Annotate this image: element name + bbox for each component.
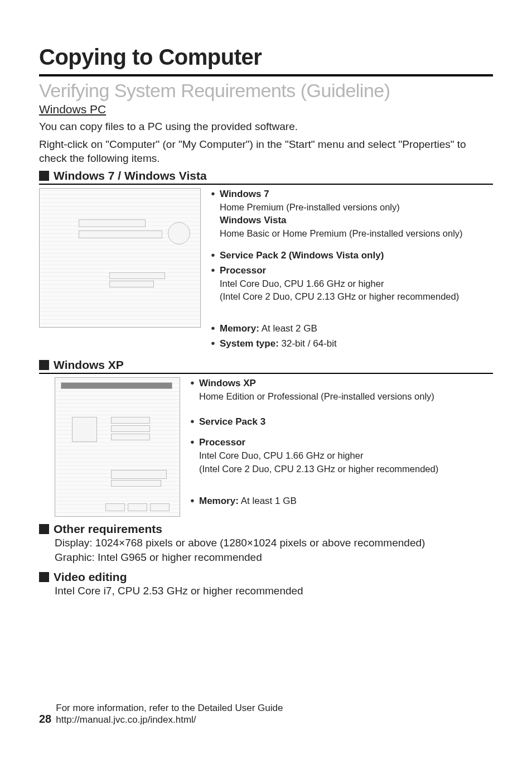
section-other-title: Other requirements [54,522,162,536]
xp-block: Windows XP Home Edition or Professional … [39,377,493,517]
page-title: Copying to Computer [39,45,493,70]
callout-systype-label: System type: [220,338,279,349]
callout-xp-label: Windows XP [199,378,256,388]
other-body: Display: 1024×768 pixels or above (1280×… [39,536,493,564]
section-win7-vista-title: Windows 7 / Windows Vista [54,169,207,182]
page-subtitle: Verifying System Requirements (Guideline… [39,80,493,102]
section-xp-head: Windows XP [39,358,493,372]
video-body: Intel Core i7, CPU 2.53 GHz or higher re… [39,584,493,598]
win7-vista-callouts: Windows 7 Home Premium (Pre-installed ve… [211,188,493,353]
callout-win7: Windows 7 Home Premium (Pre-installed ve… [211,188,493,241]
section-rule [39,373,493,374]
other-line-1: Display: 1024×768 pixels or above (1280×… [55,536,493,550]
callout-memory-7-label: Memory: [220,323,259,334]
square-bullet-icon [39,572,49,582]
intro-line-1: You can copy files to a PC using the pro… [39,119,493,134]
callout-processor-label: Processor [220,265,266,276]
title-rule [39,74,493,76]
footer-line-1: For more information, refer to the Detai… [56,703,283,713]
callout-systype-val: 32-bit / 64-bit [279,338,337,349]
page-footer: 28 For more information, refer to the De… [39,703,283,726]
section-other-head: Other requirements [39,522,493,536]
callout-processor-l2: (Intel Core 2 Duo, CPU 2.13 GHz or highe… [220,291,459,301]
callout-systype: System type: 32-bit / 64-bit [211,338,493,350]
section-video-title: Video editing [54,570,127,584]
callout-processor-xp-l1: Intel Core Duo, CPU 1.66 GHz or higher [199,450,363,460]
callout-sp2-text: Service Pack 2 (Windows Vista only) [220,250,384,261]
callout-memory-xp-val: At least 1 GB [239,496,297,506]
square-bullet-icon [39,524,49,534]
video-line-1: Intel Core i7, CPU 2.53 GHz or higher re… [55,584,493,598]
page-number: 28 [39,713,51,726]
section-video-head: Video editing [39,570,493,584]
xp-callouts: Windows XP Home Edition or Professional … [190,377,493,510]
section-rule [39,184,493,185]
callout-win7-label: Windows 7 [220,189,269,199]
square-bullet-icon [39,171,49,181]
callout-xp-desc: Home Edition or Professional (Pre-instal… [199,391,434,401]
other-line-2: Graphic: Intel G965 or higher recommende… [55,550,493,565]
callout-memory-xp: Memory: At least 1 GB [190,495,493,508]
callout-memory-7-val: At least 2 GB [259,323,317,334]
callout-sp3: Service Pack 3 [190,416,493,429]
callout-sp2: Service Pack 2 (Windows Vista only) [211,249,493,262]
callout-processor-xp-label: Processor [199,437,245,448]
callout-sp3-text: Service Pack 3 [199,416,265,427]
footer-line-2: http://manual.jvc.co.jp/index.html/ [56,714,196,725]
win7-vista-block: Windows 7 Home Premium (Pre-installed ve… [39,188,493,353]
callout-processor-xp: Processor Intel Core Duo, CPU 1.66 GHz o… [190,436,493,476]
callout-memory-xp-label: Memory: [199,496,239,506]
callout-memory-7: Memory: At least 2 GB [211,323,493,335]
callout-processor-l1: Intel Core Duo, CPU 1.66 GHz or higher [220,278,384,289]
callout-xp: Windows XP Home Edition or Professional … [190,377,493,403]
intro-line-2: Right-click on "Computer" (or "My Comput… [39,137,493,166]
callout-processor: Processor Intel Core Duo, CPU 1.66 GHz o… [211,265,493,304]
section-xp-title: Windows XP [54,358,124,372]
square-bullet-icon [39,360,49,370]
callout-vista-desc: Home Basic or Home Premium (Pre-installe… [220,228,463,238]
platform-heading: Windows PC [39,103,493,116]
callout-vista-label: Windows Vista [220,215,287,225]
section-win7-vista-head: Windows 7 / Windows Vista [39,169,493,182]
screenshot-xp [55,377,180,517]
screenshot-win7-vista [39,188,201,328]
callout-win7-desc: Home Premium (Pre-installed versions onl… [220,202,400,212]
callout-processor-xp-l2: (Intel Core 2 Duo, CPU 2.13 GHz or highe… [199,464,438,474]
